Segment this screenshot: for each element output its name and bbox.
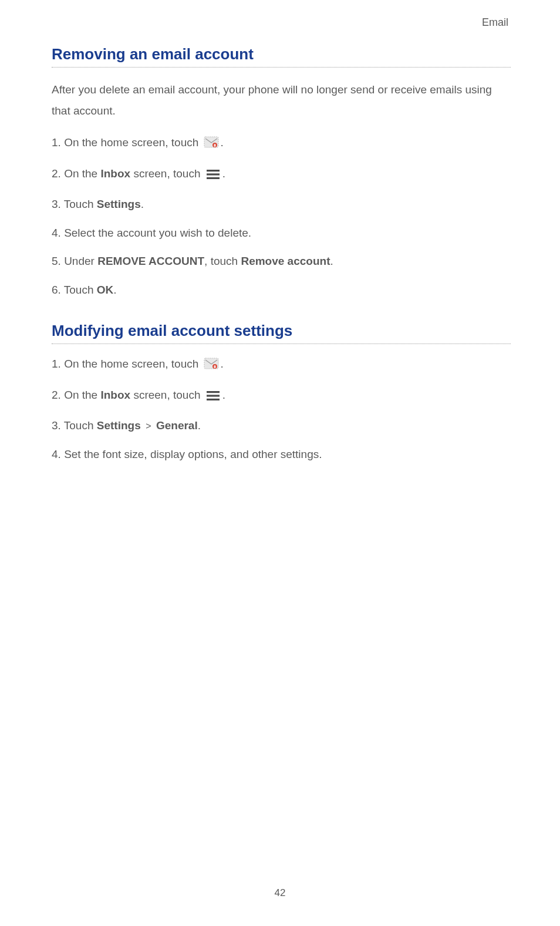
intro-paragraph: After you delete an email account, your … (52, 79, 511, 122)
svg-rect-4 (207, 177, 220, 179)
bold-settings: Settings (97, 198, 141, 210)
step-number: 3. (52, 198, 64, 210)
step-text: Under (64, 255, 97, 267)
page-number: 42 (0, 887, 560, 899)
step-text: Touch (64, 284, 97, 296)
step-text: screen, touch (130, 389, 204, 401)
step-text: . (141, 198, 144, 210)
hamburger-menu-icon (205, 389, 221, 406)
step-text: . (222, 389, 225, 401)
bold-settings: Settings (97, 419, 141, 432)
step-4: 4. Select the account you wish to delete… (52, 225, 511, 242)
section-heading-removing: Removing an email account (52, 45, 511, 68)
bold-general: General (156, 419, 198, 432)
step-number: 6. (52, 284, 64, 296)
step-text: Select the account you wish to delete. (64, 227, 251, 239)
bold-ok: OK (97, 284, 114, 296)
step-number: 1. (52, 358, 64, 370)
step-text: . (221, 358, 224, 370)
bold-inbox: Inbox (100, 167, 130, 180)
bold-inbox: Inbox (100, 389, 130, 401)
step-1-s2: 1. On the home screen, touch . (52, 356, 511, 375)
section-heading-modifying: Modifying email account settings (52, 322, 511, 344)
email-app-icon (204, 136, 219, 154)
svg-rect-3 (207, 173, 220, 175)
step-text: . (221, 136, 224, 149)
step-3: 3. Touch Settings. (52, 196, 511, 213)
step-text: On the home screen, touch (64, 136, 201, 149)
svg-rect-9 (207, 398, 220, 400)
hamburger-menu-icon (205, 168, 221, 185)
svg-rect-8 (207, 395, 220, 396)
step-number: 4. (52, 448, 64, 460)
step-text: screen, touch (130, 167, 204, 180)
step-2-s2: 2. On the Inbox screen, touch . (52, 387, 511, 406)
step-text: , touch (204, 255, 241, 267)
chapter-label: Email (52, 16, 511, 29)
step-text: On the home screen, touch (64, 358, 201, 370)
step-text: On the (64, 389, 100, 401)
step-1: 1. On the home screen, touch . (52, 134, 511, 154)
email-app-icon (204, 357, 219, 375)
step-3-s2: 3. Touch Settings > General. (52, 417, 511, 435)
step-text: Touch (64, 198, 97, 210)
step-text: . (330, 255, 333, 267)
step-text: Set the font size, display options, and … (64, 448, 322, 460)
step-number: 4. (52, 227, 64, 239)
step-text: Touch (64, 419, 97, 432)
step-text: . (113, 284, 116, 296)
step-number: 3. (52, 419, 64, 432)
step-number: 2. (52, 389, 64, 401)
svg-rect-7 (207, 391, 220, 393)
step-number: 1. (52, 136, 64, 149)
step-6: 6. Touch OK. (52, 282, 511, 299)
step-text: . (198, 419, 201, 432)
step-text: On the (64, 167, 100, 180)
step-number: 2. (52, 167, 64, 180)
step-text: . (222, 167, 225, 180)
svg-rect-2 (207, 170, 220, 171)
step-number: 5. (52, 255, 64, 267)
bold-remove-account: Remove account (241, 255, 330, 267)
bold-remove-account-caps: REMOVE ACCOUNT (97, 255, 204, 267)
step-2: 2. On the Inbox screen, touch . (52, 166, 511, 185)
step-5: 5. Under REMOVE ACCOUNT, touch Remove ac… (52, 253, 511, 270)
chevron-right-icon: > (143, 421, 154, 431)
step-4-s2: 4. Set the font size, display options, a… (52, 446, 511, 463)
